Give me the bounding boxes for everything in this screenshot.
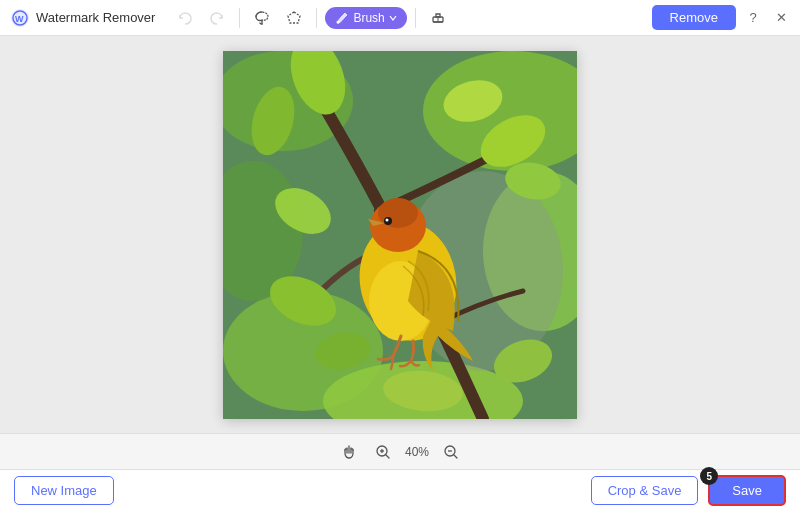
zoom-out-icon (443, 444, 459, 460)
zoom-in-icon (375, 444, 391, 460)
crop-save-button[interactable]: Crop & Save (591, 476, 699, 505)
polygon-tool-button[interactable] (280, 4, 308, 32)
bird-image (223, 51, 577, 419)
zoom-in-button[interactable] (371, 440, 395, 464)
polygon-icon (286, 10, 302, 26)
lasso-icon (254, 10, 270, 26)
svg-line-38 (454, 455, 457, 458)
svg-marker-3 (288, 12, 300, 23)
eraser-icon (430, 10, 446, 26)
app-icon: W (10, 8, 30, 28)
app-title-label: Watermark Remover (36, 10, 155, 25)
help-button[interactable]: ? (744, 9, 762, 27)
svg-line-35 (386, 455, 389, 458)
image-canvas[interactable] (223, 51, 577, 419)
brush-icon (335, 11, 349, 25)
svg-point-4 (337, 20, 340, 23)
hand-icon (340, 443, 358, 461)
undo-button[interactable] (171, 4, 199, 32)
separator-3 (415, 8, 416, 28)
chevron-down-icon (389, 14, 397, 22)
brush-label: Brush (353, 11, 384, 25)
right-action-buttons: Crop & Save 5 Save (591, 475, 786, 506)
zoom-bar: 40% (0, 433, 800, 469)
svg-point-30 (386, 218, 389, 221)
canvas-area (0, 36, 800, 433)
bottom-bar: New Image Crop & Save 5 Save (0, 469, 800, 511)
zoom-level-label: 40% (405, 445, 429, 459)
hand-tool-button[interactable] (337, 440, 361, 464)
title-bar: W Watermark Remover (0, 0, 800, 36)
zoom-out-button[interactable] (439, 440, 463, 464)
window-controls: ? ✕ (744, 9, 790, 27)
svg-point-28 (378, 198, 418, 228)
separator-2 (316, 8, 317, 28)
undo-icon (177, 10, 193, 26)
redo-button[interactable] (203, 4, 231, 32)
lasso-tool-button[interactable] (248, 4, 276, 32)
save-button[interactable]: Save (708, 475, 786, 506)
close-button[interactable]: ✕ (772, 9, 790, 27)
remove-button[interactable]: Remove (652, 5, 736, 30)
brush-tool-button[interactable]: Brush (325, 7, 406, 29)
redo-icon (209, 10, 225, 26)
svg-text:W: W (15, 14, 24, 24)
eraser-tool-button[interactable] (424, 4, 452, 32)
save-button-wrapper: 5 Save (708, 475, 786, 506)
separator-1 (239, 8, 240, 28)
new-image-button[interactable]: New Image (14, 476, 114, 505)
